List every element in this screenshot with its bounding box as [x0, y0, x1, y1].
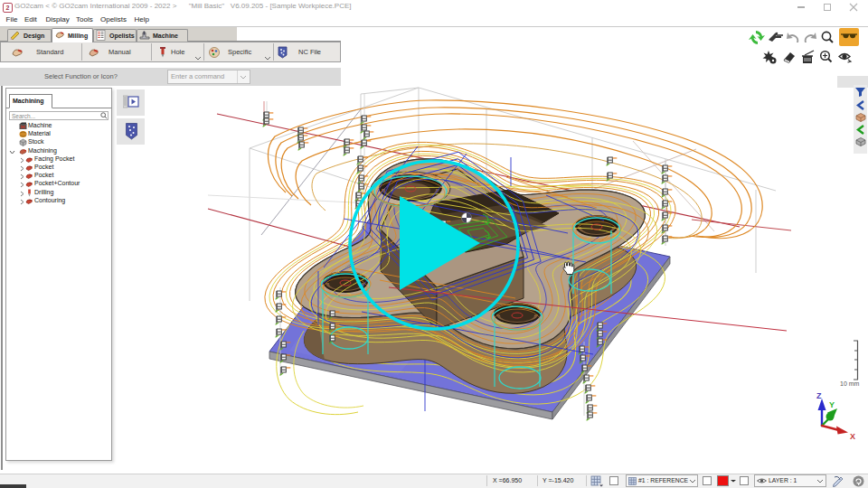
svg-text:Y: Y — [829, 400, 835, 409]
svg-text:Z: Z — [816, 391, 822, 400]
svg-text:10 mm: 10 mm — [840, 380, 860, 387]
svg-text:X: X — [850, 432, 855, 441]
